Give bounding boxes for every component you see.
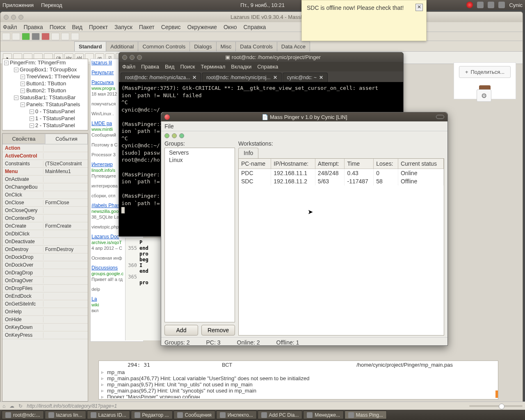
component-tab[interactable]: Dialogs [189, 41, 216, 51]
close-icon[interactable]: ✕ [273, 75, 277, 80]
mass-pinger-titlebar[interactable]: 📄 Mass Pinger v 1.0 by Cynic [LIN] [161, 112, 447, 121]
search-link[interactable]: Результат [91, 70, 114, 75]
menu-item[interactable]: Терминал [201, 64, 225, 70]
terminal-tab[interactable]: root@ndc: /home/cynic/laza...✕ [121, 73, 201, 82]
status-dot-icon[interactable] [164, 133, 169, 138]
property-row[interactable]: OnDragOver [2, 277, 88, 285]
tray-icon[interactable] [488, 2, 494, 8]
component-tab[interactable]: Data Acce [277, 41, 310, 51]
search-link[interactable]: lazarus lil [91, 60, 112, 66]
message-item[interactable]: Проект "MassPinger" успешно собран [100, 394, 497, 398]
property-row[interactable]: ActiveControl [2, 152, 88, 160]
search-link[interactable]: Lazarus Doc [91, 234, 119, 240]
search-link[interactable]: Discussions [91, 265, 118, 271]
zoom-slider[interactable] [469, 405, 523, 407]
terminal-tab[interactable]: root@ndc: /home/cynic/proj...✕ [202, 73, 281, 82]
object-inspector-tree[interactable]: −PingerFrm: TPingerFrm−GroupBox1: TGroup… [2, 59, 88, 130]
property-row[interactable]: OnDeactivate [2, 238, 88, 246]
home-icon[interactable]: ⌂ [2, 403, 5, 409]
component-tab[interactable]: Additional [106, 41, 138, 51]
property-row[interactable]: OnChangeBou [2, 183, 88, 191]
close-icon[interactable] [122, 55, 127, 60]
property-row[interactable]: OnHelp [2, 308, 88, 316]
toolbar-button[interactable] [2, 33, 10, 40]
component-tab[interactable]: Common Controls [138, 41, 190, 51]
status-dot-icon[interactable] [179, 133, 184, 138]
menu-item[interactable]: Вид [165, 64, 175, 70]
property-row[interactable]: Action [2, 144, 88, 152]
message-item[interactable]: mp_main.pas(476,77) Hint: Local variable… [100, 375, 497, 381]
search-link[interactable]: Рассылка [91, 80, 114, 85]
close-icon[interactable]: ✕ [319, 75, 323, 80]
menu-item[interactable]: Поиск [50, 24, 66, 30]
groups-list[interactable]: ServersLinux [164, 148, 235, 322]
taskbar-item[interactable]: root@ndc:... [2, 411, 44, 419]
messages-panel[interactable]: 294: 31 ВСТ /home/cynic/project/Pinger/m… [98, 361, 498, 399]
table-row[interactable]: PDC192.168.11.1248/2480.430Online [239, 169, 444, 178]
tray-icon[interactable] [477, 2, 484, 8]
property-row[interactable]: OnKeyPress [2, 331, 88, 339]
menu-item[interactable]: Справка [257, 64, 278, 70]
property-row[interactable]: OnGetSiteInfc [2, 300, 88, 308]
terminal-tab[interactable]: cynic@ndc: ~✕ [283, 73, 328, 82]
tree-node[interactable]: −StatusBar1: TStatusBar [2, 94, 88, 101]
component-tab[interactable]: Data Controls [235, 41, 277, 51]
tab-info[interactable]: Info [238, 148, 258, 158]
table-header[interactable]: Attempt: [315, 159, 345, 169]
tray-notification-icon[interactable] [466, 2, 473, 8]
user-menu[interactable]: Cynic [509, 2, 523, 8]
menu-item[interactable]: Окружение [187, 24, 217, 30]
table-header[interactable]: PC-name [239, 159, 271, 169]
tree-node[interactable]: −GroupBox1: TGroupBox [2, 66, 88, 73]
property-row[interactable]: OnDestroyFormDestroy [2, 246, 88, 253]
clock[interactable]: Пт., 9 нояб., 10:21 [240, 2, 285, 8]
menu-item[interactable]: Запуск [114, 24, 132, 30]
table-header[interactable]: IP/Hostname: [271, 159, 315, 169]
tree-node[interactable]: −0 - TStatusPanel [2, 108, 88, 115]
property-row[interactable]: OnCloseQuery [2, 207, 88, 215]
taskbar-item[interactable]: Редактор ... [131, 411, 173, 419]
property-row[interactable]: Constraints(TSizeConstraint [2, 160, 88, 168]
taskbar-item[interactable]: Add PC Dia... [258, 411, 303, 419]
taskbar-item[interactable]: Lazarus ID... [87, 411, 130, 419]
property-row[interactable]: OnDockDrop [2, 253, 88, 261]
search-link[interactable]: LMDE pa [91, 121, 112, 126]
run-button[interactable] [22, 33, 30, 40]
minimize-icon[interactable] [130, 55, 135, 60]
tab-events[interactable]: События [45, 134, 88, 144]
reload-icon[interactable]: ↻ [18, 403, 23, 409]
search-link[interactable]: #labels Phas [91, 203, 120, 208]
tab-properties[interactable]: Свойства [2, 134, 45, 144]
menu-item[interactable]: Правка [141, 64, 159, 70]
taskbar-item[interactable]: Mass Ping... [345, 411, 387, 419]
property-row[interactable]: OnCloseFormClose [2, 199, 88, 207]
component-tab[interactable]: Standard [74, 41, 106, 51]
menu-item[interactable]: Окно [224, 24, 237, 30]
terminal-titlebar[interactable]: ▣ root@ndc: /home/cynic/project/Pinger [119, 52, 403, 62]
toolbar-button[interactable] [71, 33, 79, 40]
menu-item[interactable]: Правка [23, 24, 43, 30]
message-item[interactable]: mp_main.pas(9,57) Hint: Unit "mp_utils" … [100, 381, 497, 388]
property-row[interactable]: OnDragDrop [2, 269, 88, 277]
property-row[interactable]: OnClick [2, 191, 88, 199]
stop-button[interactable] [41, 33, 50, 40]
close-icon[interactable] [4, 15, 9, 20]
taskbar-item[interactable]: Менедже... [303, 411, 344, 419]
component-tab[interactable]: Misc [216, 41, 236, 51]
toolbar-button[interactable] [12, 33, 20, 40]
close-icon[interactable]: ✕ [415, 4, 423, 11]
taskbar-item[interactable]: Сообщения [173, 411, 215, 419]
group-item[interactable]: Servers [166, 149, 234, 156]
share-button[interactable]: +Поделиться... [459, 66, 511, 78]
taskbar-item[interactable]: Инспекто... [216, 411, 257, 419]
menu-item[interactable]: Вкладки [231, 64, 251, 70]
close-icon[interactable] [164, 114, 170, 120]
property-row[interactable]: OnEndDock [2, 292, 88, 300]
property-row[interactable]: OnContextPo [2, 215, 88, 222]
menu-file[interactable]: File [164, 123, 174, 130]
tree-node[interactable]: −Panels: TStatusPanels [2, 101, 88, 108]
status-dot-icon[interactable] [172, 133, 177, 138]
minimize-icon[interactable] [11, 15, 16, 20]
url-text[interactable]: http://linsoft.info/soft/category/81?pag… [27, 403, 117, 409]
menu-item[interactable]: Сервис [161, 24, 181, 30]
